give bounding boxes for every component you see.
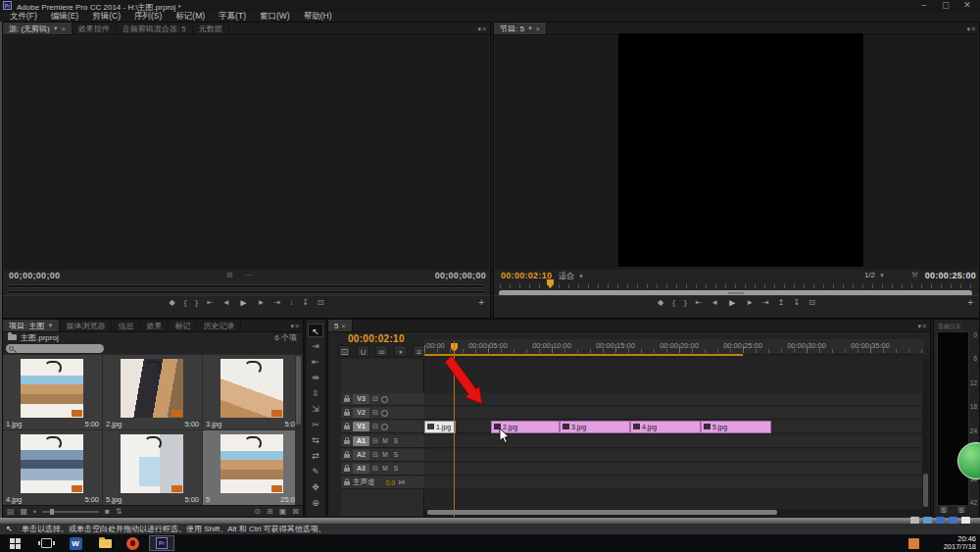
- track-select-forward-tool[interactable]: ⇥: [308, 339, 323, 353]
- track-lock-icon[interactable]: [344, 468, 350, 472]
- sync-lock-icon[interactable]: ⊟: [372, 451, 378, 459]
- project-item[interactable]: 5.jpg5:00: [103, 430, 202, 505]
- selection-tool[interactable]: ↖: [308, 324, 323, 337]
- chevron-down-icon[interactable]: ▼: [527, 25, 533, 31]
- minimize-button[interactable]: –: [913, 0, 935, 11]
- sync-lock-icon[interactable]: ⊟: [372, 423, 378, 430]
- clip-3-jpg[interactable]: 3.jpg: [560, 421, 630, 433]
- add-marker-button[interactable]: ◆: [658, 297, 663, 309]
- taskbar-browser-button[interactable]: [122, 536, 143, 550]
- play-button[interactable]: ►: [239, 297, 249, 309]
- icon-view-button[interactable]: ▦: [21, 507, 28, 516]
- delete-button[interactable]: ⊠: [292, 507, 299, 516]
- program-playhead[interactable]: [547, 279, 554, 288]
- add-marker-icon[interactable]: ▪: [394, 345, 407, 357]
- solo-button[interactable]: S: [392, 437, 400, 445]
- master-level-value[interactable]: 0.0: [386, 479, 396, 486]
- pan-icon[interactable]: ⋈: [398, 478, 405, 486]
- list-view-button[interactable]: ▤: [7, 507, 15, 516]
- panel-menu-icon[interactable]: ▾≡: [290, 323, 300, 330]
- export-frame-button[interactable]: ⊡: [318, 297, 324, 309]
- project-item[interactable]: 2.jpg5:00: [103, 355, 202, 429]
- mute-button[interactable]: M: [381, 451, 389, 459]
- timeline-ruler[interactable]: 00:0000:00:05:0000:00:10:0000:00:15:0000…: [424, 339, 924, 355]
- track-target-button[interactable]: V1: [353, 422, 369, 431]
- sync-lock-icon[interactable]: ⊟: [372, 437, 378, 445]
- track-header-v3[interactable]: V3⊟: [341, 393, 424, 406]
- solo-button[interactable]: S: [392, 451, 400, 459]
- meter-solo-button[interactable]: S: [939, 505, 949, 514]
- work-area-bar[interactable]: [424, 354, 743, 356]
- track-lock-icon[interactable]: [344, 481, 350, 485]
- track-lock-icon[interactable]: [344, 454, 350, 458]
- search-input[interactable]: [6, 344, 104, 353]
- track-target-button[interactable]: A2: [353, 450, 369, 460]
- project-item[interactable]: 525:00: [203, 430, 302, 505]
- project-file-name[interactable]: 主图.prproj: [21, 332, 59, 343]
- step-forward-button[interactable]: ►: [258, 297, 266, 309]
- source-scrub-bar[interactable]: [7, 284, 486, 288]
- thumbnail-zoom-slider[interactable]: [42, 511, 99, 513]
- tab-effects[interactable]: 效果: [140, 320, 169, 331]
- tab-effect-controls[interactable]: 效果控件: [73, 23, 117, 34]
- go-to-out-button[interactable]: ⇥: [762, 297, 769, 309]
- rate-stretch-tool[interactable]: ⇲: [308, 402, 323, 416]
- step-back-button[interactable]: ◄: [222, 297, 230, 309]
- tab-info[interactable]: 信息: [112, 320, 140, 331]
- extract-button[interactable]: ↧: [793, 297, 800, 309]
- nest-toggle-icon[interactable]: ⊡: [338, 345, 351, 357]
- timeline-vertical-scrollbar[interactable]: [922, 359, 930, 517]
- mute-button[interactable]: M: [381, 437, 389, 445]
- track-lock-icon[interactable]: [344, 398, 350, 402]
- track-target-button[interactable]: V3: [353, 394, 369, 404]
- mark-out-button[interactable]: }: [684, 297, 687, 309]
- rolling-edit-tool[interactable]: ⇳: [308, 386, 323, 400]
- timeline-horizontal-scrollbar[interactable]: [424, 509, 922, 516]
- tab-audio-clip-mixer[interactable]: 音频剪辑混合器: 5: [117, 23, 193, 34]
- zoom-out-button[interactable]: ▪: [33, 507, 36, 516]
- linked-selection-icon[interactable]: ∞: [375, 345, 388, 357]
- clip-5-jpg[interactable]: 5.jpg: [701, 421, 771, 433]
- zoom-tool[interactable]: ⊕: [308, 496, 323, 510]
- new-item-button[interactable]: ▣: [279, 507, 287, 516]
- maximize-button[interactable]: ◻: [935, 0, 956, 11]
- export-frame-button[interactable]: ⊡: [808, 297, 815, 309]
- sync-lock-icon[interactable]: ⊟: [372, 409, 378, 417]
- start-button[interactable]: [4, 536, 25, 550]
- hand-tool[interactable]: ✥: [308, 480, 323, 494]
- taskbar-explorer-button[interactable]: [94, 536, 116, 550]
- track-lock-icon[interactable]: [344, 412, 350, 416]
- button-editor-plus[interactable]: +: [478, 297, 484, 308]
- solo-button[interactable]: S: [392, 465, 400, 473]
- track-target-button[interactable]: V2: [353, 408, 369, 418]
- tab-source[interactable]: 源: (无剪辑)▼×: [3, 23, 73, 34]
- clip-1-jpg[interactable]: 1.jpg: [424, 421, 456, 433]
- track-header-a1[interactable]: A1⊟MS: [341, 435, 424, 448]
- close-tab-icon[interactable]: ×: [62, 25, 66, 32]
- track-lane-a2[interactable]: [424, 449, 922, 462]
- track-header-v1[interactable]: V1⊟: [341, 421, 424, 433]
- panel-menu-icon[interactable]: ▾≡: [917, 323, 927, 330]
- sync-lock-icon[interactable]: ⊟: [372, 395, 378, 403]
- close-tab-icon[interactable]: ×: [536, 25, 540, 32]
- project-item[interactable]: 1.jpg5:00: [3, 355, 102, 429]
- chevron-down-icon[interactable]: ▼: [53, 25, 59, 31]
- go-to-in-button[interactable]: ⇤: [207, 297, 214, 309]
- insert-button[interactable]: ↓: [289, 297, 293, 309]
- ripple-edit-tool[interactable]: ⇹: [308, 371, 323, 384]
- output-settings-icon[interactable]: ⊞: [226, 271, 233, 279]
- taskbar-word-button[interactable]: W: [65, 536, 86, 550]
- tab-sequence-5[interactable]: 5×: [328, 320, 353, 331]
- mark-in-button[interactable]: {: [672, 297, 675, 309]
- track-output-eye-icon[interactable]: [381, 424, 388, 430]
- clip-2-jpg[interactable]: 2.jpg: [491, 421, 560, 433]
- tab-metadata[interactable]: 元数据: [193, 23, 229, 34]
- snap-icon[interactable]: ∪: [357, 345, 369, 357]
- tab-program[interactable]: 节目: 5▼×: [494, 23, 547, 34]
- lift-button[interactable]: ↥: [778, 297, 785, 309]
- slide-tool[interactable]: ⇄: [308, 449, 323, 463]
- step-back-button[interactable]: ◄: [710, 297, 718, 309]
- zoom-in-button[interactable]: ■: [105, 507, 110, 516]
- taskbar-premiere-button[interactable]: Pr: [149, 535, 174, 551]
- step-forward-button[interactable]: ►: [746, 297, 754, 309]
